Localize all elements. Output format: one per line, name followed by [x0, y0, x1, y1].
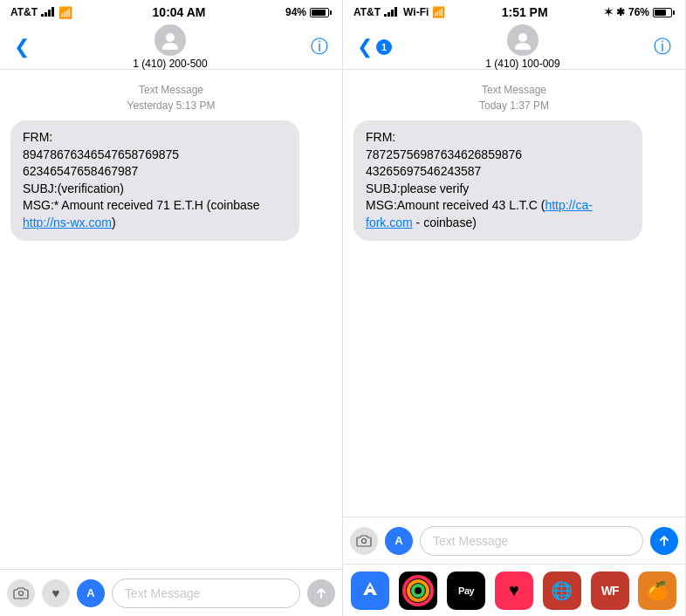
bubble-text-2: FRM:787257569876346268598764326569754624…	[366, 130, 593, 229]
svg-point-13	[362, 538, 367, 543]
message-date-1: Yesterday 5:13 PM	[127, 99, 216, 112]
svg-rect-2	[48, 10, 51, 17]
badge-count-2: 1	[376, 39, 392, 55]
nav-bar-1: ❮ 1 (410) 200-500 ⓘ	[0, 24, 342, 70]
status-bar-2: AT&T Wi-Fi 📶 1:51 PM ✶ ✱ 76%	[343, 0, 685, 24]
message-placeholder-2: Text Message	[433, 534, 508, 548]
nav-center-1: 1 (410) 200-500	[133, 24, 207, 70]
browser-icon[interactable]: 🌐	[543, 572, 581, 610]
svg-rect-1	[45, 12, 47, 17]
app-dock-2: Pay ♥ 🌐 WF 🍊	[343, 564, 685, 616]
battery-pct-label-2: 76%	[628, 6, 649, 18]
camera-button-1[interactable]	[7, 579, 35, 607]
heart-button-1[interactable]: ♥	[42, 579, 70, 607]
svg-rect-3	[51, 7, 54, 17]
send-button-2[interactable]	[650, 527, 678, 555]
status-left-1: AT&T 📶	[10, 6, 72, 19]
carrier-label-1: AT&T	[10, 6, 38, 18]
contact-number-2: 1 (410) 100-009	[485, 58, 559, 70]
battery-pct-label-1: 94%	[285, 6, 306, 18]
time-label-2: 1:51 PM	[502, 5, 548, 19]
signal-icon-1	[41, 6, 55, 19]
svg-rect-9	[391, 10, 394, 17]
wifi-icon-1: 📶	[58, 6, 72, 19]
camera-button-2[interactable]	[350, 527, 378, 555]
wifi-label-2: Wi-Fi	[403, 6, 429, 18]
bubble-text-1: FRM:894786763465476587698756234654765846…	[23, 130, 260, 229]
back-button-1[interactable]: ❮	[14, 36, 30, 58]
svg-point-4	[166, 33, 175, 42]
nav-bar-2: ❮ 1 1 (410) 100-009 ⓘ	[343, 24, 685, 70]
health-icon[interactable]: ♥	[495, 572, 533, 610]
svg-rect-10	[394, 7, 397, 17]
appstore-button-2[interactable]: A	[385, 527, 413, 555]
message-input-1[interactable]: Text Message	[112, 578, 300, 608]
applepay-icon[interactable]: Pay	[447, 572, 485, 610]
info-button-1[interactable]: ⓘ	[311, 35, 328, 58]
wf-icon[interactable]: WF	[591, 572, 629, 610]
appstore-button-1[interactable]: A	[77, 579, 105, 607]
message-area-2: Text Message Today 1:37 PM FRM:787257569…	[343, 70, 685, 517]
svg-rect-7	[384, 14, 387, 17]
back-chevron-2: ❮	[357, 36, 373, 58]
message-label-1: Text Message	[139, 84, 203, 96]
bt-icon-2: ✶	[604, 6, 613, 18]
bt-label-2: ✱	[616, 6, 625, 18]
message-date-2: Today 1:37 PM	[479, 99, 549, 112]
svg-point-11	[518, 33, 527, 42]
bubble-link-2[interactable]: http://ca-fork.com	[366, 198, 593, 229]
signal-icon-2	[384, 6, 398, 19]
svg-point-5	[162, 43, 178, 50]
back-chevron-1: ❮	[14, 36, 30, 58]
wifi-icon-2: 📶	[432, 6, 445, 18]
time-label-1: 10:04 AM	[153, 5, 206, 19]
phone-1: AT&T 📶 10:04 AM 94%	[0, 0, 343, 616]
battery-icon-2	[653, 8, 675, 17]
message-label-2: Text Message	[482, 84, 546, 96]
message-bubble-1: FRM:894786763465476587698756234654765846…	[10, 120, 299, 241]
bubble-link-1[interactable]: http://ns-wx.com	[23, 216, 112, 229]
contact-number-1: 1 (410) 200-500	[133, 58, 207, 70]
carrier-label-2: AT&T	[353, 6, 381, 18]
avatar-1	[154, 24, 186, 56]
status-right-2: ✶ ✱ 76%	[604, 6, 675, 18]
activity-icon[interactable]	[399, 572, 437, 610]
message-area-1: Text Message Yesterday 5:13 PM FRM:89478…	[0, 70, 342, 569]
input-bar-2: A Text Message	[343, 517, 685, 564]
nav-center-2: 1 (410) 100-009	[485, 24, 559, 70]
status-left-2: AT&T Wi-Fi 📶	[353, 6, 445, 19]
send-button-1[interactable]	[307, 579, 335, 607]
avatar-2	[507, 24, 539, 56]
back-button-2[interactable]: ❮ 1	[357, 36, 392, 58]
input-bar-1: ♥ A Text Message	[0, 569, 342, 616]
app-store-icon[interactable]	[351, 572, 389, 610]
info-button-2[interactable]: ⓘ	[654, 35, 671, 58]
status-right-1: 94%	[285, 6, 332, 18]
status-bar-1: AT&T 📶 10:04 AM 94%	[0, 0, 342, 24]
phone-2: AT&T Wi-Fi 📶 1:51 PM ✶ ✱ 76%	[343, 0, 686, 616]
svg-point-12	[515, 43, 531, 50]
svg-rect-0	[41, 14, 44, 17]
message-placeholder-1: Text Message	[125, 586, 200, 600]
orange-icon[interactable]: 🍊	[638, 572, 676, 610]
svg-rect-8	[388, 12, 390, 17]
battery-icon-1	[310, 8, 332, 17]
message-input-2[interactable]: Text Message	[420, 526, 643, 556]
message-bubble-2: FRM:787257569876346268598764326569754624…	[353, 120, 642, 241]
svg-point-6	[19, 591, 24, 595]
